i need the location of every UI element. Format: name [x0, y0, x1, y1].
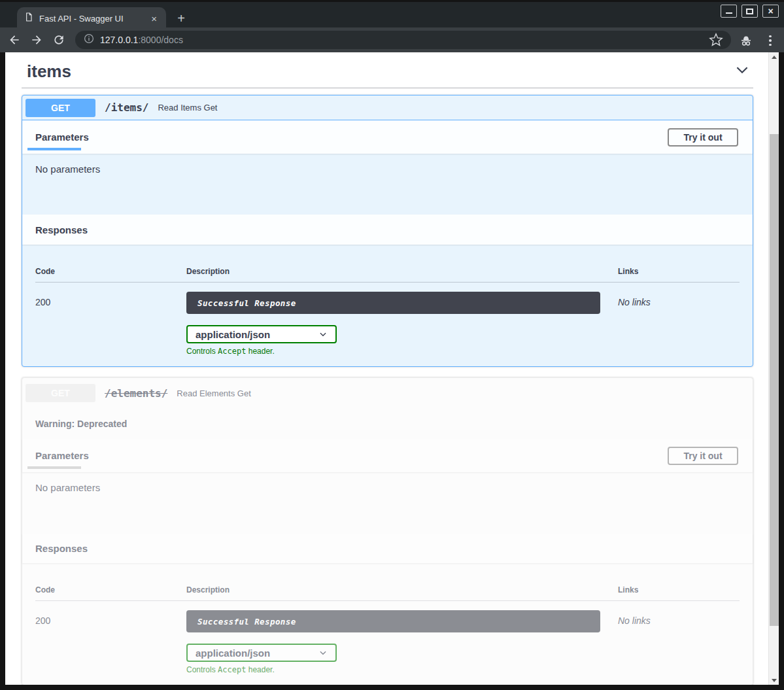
chevron-down-icon[interactable] [734, 61, 751, 82]
scrollbar-thumb[interactable] [770, 134, 779, 626]
accept-note-prefix: Controls [186, 665, 218, 674]
minimize-icon [726, 12, 732, 14]
forward-button[interactable] [29, 32, 44, 48]
column-links: Links [618, 267, 740, 276]
site-info-icon[interactable] [83, 33, 95, 47]
chevron-down-icon [318, 648, 328, 657]
close-button[interactable]: × [762, 5, 779, 18]
responses-body: Code Description Links 200 Successful Re… [22, 563, 753, 685]
column-code: Code [35, 267, 186, 276]
browser-menu-button[interactable] [762, 33, 778, 48]
accept-note-prefix: Controls [186, 347, 218, 356]
url-host: 127.0.0.1 [100, 35, 138, 45]
responses-title: Responses [35, 543, 88, 554]
response-links: No links [618, 292, 740, 307]
accept-note-mono: Accept [218, 347, 246, 356]
accept-note-mono: Accept [218, 665, 246, 674]
browser-tab[interactable]: Fast API - Swagger UI × [17, 7, 166, 29]
response-code: 200 [35, 610, 186, 626]
three-dots-icon [762, 33, 778, 48]
opblock-get-items: GET /items/ Read Items Get Parameters Tr… [22, 95, 753, 367]
new-tab-button[interactable]: + [173, 10, 190, 27]
bookmark-star-icon[interactable] [709, 33, 723, 47]
triangle-up-icon [772, 56, 777, 59]
deprecated-warning-text: Warning: Deprecated [35, 419, 127, 429]
table-divider [35, 282, 740, 283]
address-bar[interactable]: 127.0.0.1:8000/docs [75, 31, 731, 49]
response-description-text: Successful Response [197, 617, 296, 627]
no-parameters-text: No parameters [35, 482, 100, 493]
response-links: No links [618, 610, 740, 626]
url-path: :8000/docs [138, 35, 183, 45]
parameters-header: Parameters Try it out [22, 120, 753, 154]
response-description-cell: Successful Response application/json Con… [186, 610, 618, 674]
response-row-200: 200 Successful Response application/json… [35, 610, 740, 674]
maximize-icon [746, 9, 753, 14]
minimize-button[interactable] [721, 5, 737, 18]
parameters-body: No parameters [22, 472, 753, 534]
close-icon: × [768, 7, 773, 16]
chevron-down-icon [318, 330, 328, 339]
url-text: 127.0.0.1:8000/docs [100, 35, 183, 45]
response-description-text: Successful Response [197, 298, 296, 308]
column-links: Links [618, 585, 740, 595]
tab-parameters[interactable]: Parameters [35, 450, 89, 461]
accept-header-note: Controls Accept header. [186, 347, 618, 356]
response-description-cell: Successful Response application/json Con… [186, 292, 618, 356]
try-it-out-button[interactable]: Try it out [668, 128, 738, 147]
tag-section-header[interactable]: items [22, 59, 753, 82]
incognito-icon [738, 33, 754, 48]
responses-table-header: Code Description Links [35, 585, 740, 595]
method-badge: GET [26, 384, 95, 402]
media-type-value: application/json [196, 329, 270, 340]
tab-parameters[interactable]: Parameters [35, 131, 89, 143]
operation-description: Read Items Get [158, 103, 217, 112]
responses-header: Responses [22, 534, 753, 563]
scroll-down-button[interactable] [769, 676, 779, 685]
vertical-scrollbar[interactable] [768, 52, 779, 685]
media-type-value: application/json [196, 647, 270, 659]
active-tab-underline [27, 466, 81, 469]
tab-title: Fast API - Swagger UI [39, 14, 143, 24]
section-divider [22, 88, 753, 88]
response-row-200: 200 Successful Response application/json… [35, 292, 740, 356]
column-description: Description [186, 585, 618, 595]
responses-table-header: Code Description Links [35, 267, 740, 276]
opblock-get-elements-deprecated: GET /elements/ Read Elements Get Warning… [22, 377, 753, 685]
responses-title: Responses [35, 224, 88, 235]
scroll-up-button[interactable] [769, 52, 779, 61]
operation-path: /items/ [105, 101, 148, 114]
accept-note-suffix: header. [246, 665, 274, 674]
try-it-out-button[interactable]: Try it out [668, 447, 738, 465]
operation-path: /elements/ [105, 387, 167, 400]
deprecated-warning-row: Warning: Deprecated [22, 408, 753, 439]
maximize-button[interactable] [741, 5, 758, 18]
operation-summary[interactable]: GET /items/ Read Items Get [22, 95, 753, 120]
section-title[interactable]: items [27, 61, 71, 82]
column-code: Code [35, 585, 186, 595]
operation-description: Read Elements Get [177, 388, 250, 398]
media-type-select[interactable]: application/json [186, 644, 337, 662]
window-controls: × [721, 5, 779, 18]
response-code: 200 [35, 292, 186, 307]
reload-button[interactable] [51, 32, 67, 48]
page-content: items GET /items/ Read Items Get Paramet… [5, 52, 768, 685]
operation-summary[interactable]: GET /elements/ Read Elements Get [22, 378, 753, 408]
browser-toolbar: 127.0.0.1:8000/docs [0, 27, 784, 52]
browser-titlebar: Fast API - Swagger UI × + × [0, 0, 784, 27]
response-description-box: Successful Response [186, 610, 600, 632]
media-type-select[interactable]: application/json [186, 325, 337, 343]
responses-header: Responses [22, 215, 753, 245]
response-description-box: Successful Response [186, 292, 600, 314]
parameters-body: No parameters [22, 154, 753, 215]
back-button[interactable] [7, 32, 22, 48]
accept-note-suffix: header. [246, 347, 274, 356]
tab-close-icon[interactable]: × [148, 13, 160, 24]
accept-header-note: Controls Accept header. [186, 665, 618, 674]
column-description: Description [186, 267, 618, 276]
parameters-header: Parameters Try it out [22, 439, 753, 472]
triangle-down-icon [772, 679, 777, 682]
table-divider [35, 600, 740, 601]
no-parameters-text: No parameters [35, 164, 100, 175]
active-tab-underline [27, 148, 81, 150]
